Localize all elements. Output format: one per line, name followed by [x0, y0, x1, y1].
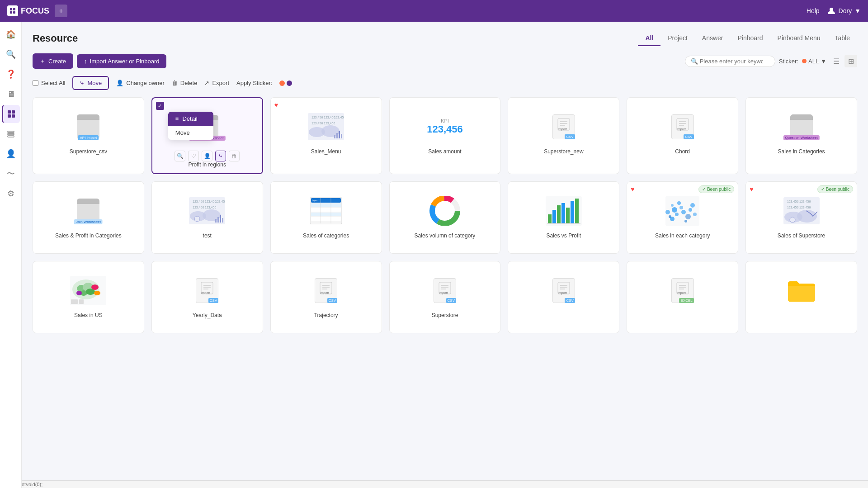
select-all-checkbox[interactable]: Select All: [33, 80, 65, 86]
change-owner-button[interactable]: 👤 Change owner: [116, 80, 165, 86]
sidebar-item-layers[interactable]: [2, 125, 20, 143]
card-sales-amount[interactable]: KPI 123,456 Sales amount: [389, 97, 501, 174]
card-trajectory[interactable]: Import CSV Trajectory: [270, 261, 382, 333]
svg-rect-50: [311, 208, 341, 212]
card-import-excel[interactable]: Import EXCEL: [627, 261, 738, 333]
move-button[interactable]: ⤷ Move: [72, 76, 109, 90]
card-sales-volumn-category[interactable]: Sales volumn of category: [389, 181, 501, 254]
sticker-dots: [279, 81, 292, 86]
delete-button[interactable]: 🗑 Delete: [172, 80, 198, 86]
svg-point-75: [679, 206, 683, 209]
svg-text:123,456: 123,456: [193, 200, 204, 203]
svg-point-82: [684, 220, 687, 223]
favorite-action-icon[interactable]: ♡: [188, 151, 199, 161]
card-title-chord: Chord: [675, 148, 690, 155]
grid-view-button[interactable]: ⊞: [844, 55, 857, 67]
create-button[interactable]: ＋ Create: [33, 53, 73, 69]
svg-text:123,456: 123,456: [311, 122, 323, 125]
card-thumb-superstore: Import CSV: [427, 272, 463, 308]
detail-icon: ≡: [175, 115, 179, 122]
sidebar-item-person[interactable]: 👤: [2, 145, 20, 163]
card-sales-menu[interactable]: ♥ 123,456 123,456 123,456 123,456 123,45…: [270, 97, 382, 174]
card-thumb-superstore-csv: API Import: [70, 109, 106, 145]
tab-answer[interactable]: Answer: [695, 31, 731, 46]
test-map-thumb: 123,456 123,456 123,456 123,456 123,456: [189, 197, 225, 224]
sticker-dot-1[interactable]: [279, 81, 285, 86]
svg-rect-49: [311, 204, 341, 207]
card-superstore-new[interactable]: Import CSV Superstore_new: [508, 97, 619, 174]
navbar: FOCUS ＋ Help Dory ▼: [0, 0, 868, 22]
svg-point-100: [91, 284, 99, 290]
card-sales-of-categories[interactable]: Import Sales of categories: [270, 181, 382, 254]
app-logo[interactable]: FOCUS: [7, 5, 49, 16]
card-chord[interactable]: Import CSV Chord: [627, 97, 738, 174]
card-superstore[interactable]: Import CSV Superstore: [389, 261, 501, 333]
sticker-all[interactable]: ALL ▼: [802, 58, 826, 65]
card-sales-each-category[interactable]: ♥ ✓ Been public: [627, 181, 738, 254]
delete-icon: 🗑: [172, 80, 178, 86]
list-view-button[interactable]: ☰: [830, 55, 843, 67]
navbar-right: Help Dory ▼: [807, 6, 861, 15]
search-box[interactable]: 🔍: [685, 56, 775, 67]
context-menu: ≡ Detail Move: [168, 112, 213, 140]
kpi-label: KPI: [427, 118, 463, 123]
card-title-trajectory: Trajectory: [314, 312, 338, 318]
user-menu[interactable]: Dory ▼: [827, 6, 861, 15]
tab-pinboard[interactable]: Pinboard: [731, 31, 770, 46]
apply-sticker-button[interactable]: Apply Sticker:: [236, 80, 272, 86]
card-title-superstore-csv: Superstore_csv: [70, 148, 107, 155]
card-profit-regions[interactable]: ✓ Question Worksheet 🔍 ♡ 👤 ⤷ 🗑 Profit in…: [151, 97, 263, 174]
search-input[interactable]: [700, 58, 763, 65]
csv-badge-19: CSV: [565, 298, 575, 303]
svg-rect-7: [8, 114, 11, 118]
card-title-sales-of-superstore: Sales of Superstore: [778, 232, 825, 239]
sidebar-item-question[interactable]: ❓: [2, 65, 20, 83]
card-sales-superstore[interactable]: ♥ ✓ Been public 123,456 123,456 123,456 …: [745, 181, 857, 254]
card-sales-vs-profit[interactable]: Sales vs Profit: [508, 181, 619, 254]
card-superstore-csv[interactable]: API Import Superstore_csv: [33, 97, 144, 174]
context-menu-detail[interactable]: ≡ Detail: [168, 112, 213, 126]
card-thumb-sales-volumn-category: [427, 193, 463, 229]
add-button[interactable]: ＋: [55, 5, 67, 17]
card-sales-us[interactable]: Sales in US: [33, 261, 144, 333]
context-menu-move[interactable]: Move: [168, 126, 213, 140]
svg-rect-65: [557, 205, 561, 223]
card-import-csv-19[interactable]: Import CSV: [508, 261, 619, 333]
card-sales-profit-categories[interactable]: Join Worksheet Sales & Profit in Categor…: [33, 181, 144, 254]
sidebar-item-analytics[interactable]: 〜: [2, 165, 20, 183]
tab-project[interactable]: Project: [660, 31, 695, 46]
tab-all[interactable]: All: [638, 31, 660, 46]
card-title-superstore: Superstore: [432, 312, 458, 318]
search-action-icon[interactable]: 🔍: [175, 151, 185, 161]
move-action-icon[interactable]: ⤷: [215, 151, 226, 161]
sidebar-item-search[interactable]: 🔍: [2, 45, 20, 63]
card-thumb-yearly-data: Import CSV: [189, 272, 225, 308]
svg-rect-52: [311, 217, 341, 221]
help-link[interactable]: Help: [807, 7, 820, 14]
select-all-input[interactable]: [33, 80, 38, 86]
export-button[interactable]: ↗ Export: [204, 80, 229, 86]
card-favorite-sales-menu: ♥: [274, 101, 278, 109]
sidebar-item-home[interactable]: 🏠: [2, 25, 20, 43]
delete-action-icon[interactable]: 🗑: [229, 151, 240, 161]
tab-table[interactable]: Table: [828, 31, 857, 46]
user-action-icon[interactable]: 👤: [202, 151, 212, 161]
card-test[interactable]: 123,456 123,456 123,456 123,456 123,456: [151, 181, 263, 254]
card-sales-in-categories[interactable]: Question Worksheet Sales in Categories: [745, 97, 857, 174]
sidebar-item-monitor[interactable]: 🖥: [2, 85, 20, 103]
import-button[interactable]: ↑ Import Answer or Pinboard: [77, 54, 166, 68]
donut-thumb: [429, 196, 461, 226]
tab-pinboard-menu[interactable]: Pinboard Menu: [770, 31, 828, 46]
card-title-profit-regions: Profit in regions: [189, 161, 226, 168]
sidebar-item-resource[interactable]: [2, 105, 20, 123]
svg-rect-44: [217, 217, 219, 223]
svg-rect-46: [222, 218, 223, 223]
card-folder[interactable]: [745, 261, 857, 333]
page-title: Resource: [33, 33, 78, 44]
card-selected-checkbox[interactable]: ✓: [156, 102, 164, 110]
sticker-dot-2[interactable]: [287, 81, 292, 86]
sidebar-item-settings[interactable]: ⚙: [2, 185, 20, 203]
card-title-sales-vs-profit: Sales vs Profit: [547, 232, 581, 239]
card-yearly-data[interactable]: Import CSV Yearly_Data: [151, 261, 263, 333]
svg-text:123,456: 123,456: [215, 200, 225, 203]
